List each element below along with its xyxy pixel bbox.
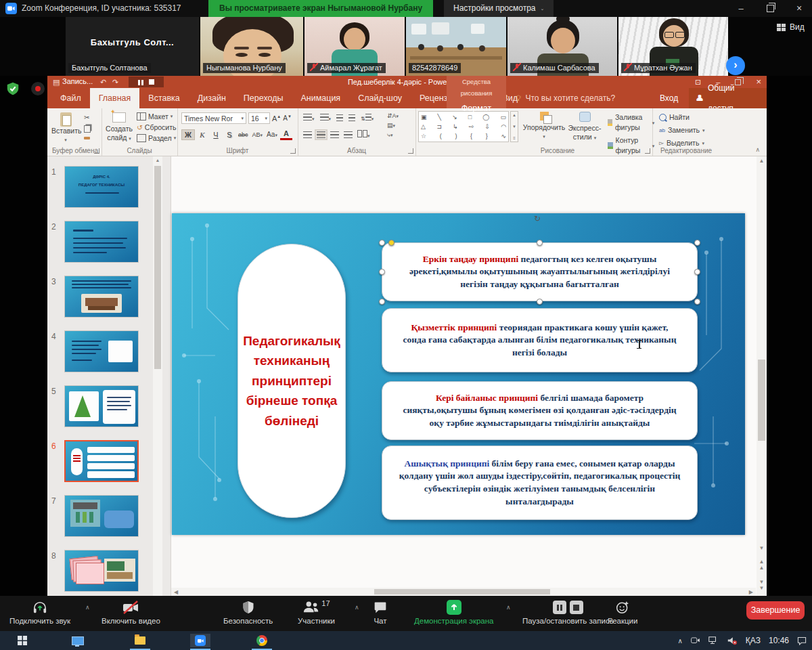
change-case-button[interactable]: Аа▾ — [265, 130, 279, 139]
pause-record-icon[interactable] — [553, 601, 566, 614]
copy-icon[interactable] — [84, 125, 91, 133]
close-button[interactable]: × — [788, 0, 811, 17]
clock[interactable]: 10:46 — [769, 636, 789, 645]
section-button[interactable]: Раздел▾ — [137, 134, 176, 142]
slide-thumbnail-7[interactable] — [64, 495, 139, 537]
slide-thumbnail-3[interactable] — [64, 276, 139, 318]
chat-button[interactable]: Чат — [374, 600, 387, 625]
scroll-right-icon[interactable]: ▶ — [749, 589, 753, 595]
grow-font-button[interactable]: А▲ — [272, 114, 281, 123]
decrease-indent-button[interactable] — [336, 114, 343, 121]
selection-handle[interactable] — [379, 240, 385, 246]
participant-tile[interactable]: Аймарал Жұрағат — [304, 17, 405, 76]
slide-thumbnail-5[interactable] — [64, 385, 139, 427]
next-slide-button[interactable]: ▼▼ — [757, 579, 767, 591]
cut-icon[interactable]: ✂ — [84, 114, 91, 121]
tell-me-box[interactable]: 💡︎ Что вы хотите сделать? — [516, 88, 615, 108]
text-direction-button[interactable]: ⇵А▾ — [387, 112, 399, 119]
shrink-font-button[interactable]: А▼ — [283, 114, 292, 122]
dialog-launcher-icon[interactable] — [290, 148, 296, 154]
quick-styles-button[interactable]: Экспресс-стили ▾ — [567, 112, 602, 142]
taskbar-app-zoom[interactable] — [190, 634, 210, 647]
pause-stop-recording-button[interactable]: Пауза/остановить запись — [522, 600, 614, 625]
selection-handle[interactable] — [694, 299, 700, 305]
font-size-combo[interactable]: 16▾ — [248, 112, 270, 124]
previous-slide-button[interactable]: ▲▲ — [757, 559, 767, 571]
layout-button[interactable]: Макет▾ — [137, 112, 176, 121]
slide-title-shape[interactable]: Педагогикалық техниканың принциптері бір… — [238, 244, 346, 518]
line-spacing-button[interactable]: ⇅▾ — [361, 114, 374, 122]
align-right-button[interactable] — [330, 131, 339, 138]
tray-network-icon[interactable] — [708, 636, 719, 645]
justify-button[interactable] — [344, 131, 353, 138]
participants-chevron[interactable]: ∧ — [355, 604, 359, 611]
reset-button[interactable]: ↺Сбросить — [137, 123, 176, 131]
format-painter-icon[interactable] — [84, 137, 90, 139]
tab-home[interactable]: Главная — [90, 88, 140, 108]
find-button[interactable]: Найти — [659, 112, 705, 123]
replace-button[interactable]: abЗаменить▾ — [659, 125, 705, 135]
arrange-button[interactable]: Упорядочить ▾ — [522, 112, 566, 139]
bullets-button[interactable]: ▾ — [303, 114, 315, 122]
ribbon-options-icon[interactable]: ⊡ — [695, 76, 701, 88]
strikethrough-button[interactable]: abc — [237, 131, 250, 139]
text-box-openness-principle[interactable]: Ашықтық принципі білім беру ғана емес, с… — [382, 446, 698, 520]
tray-expand-chevron[interactable]: ∧ — [678, 637, 683, 645]
next-participants-button[interactable]: › — [726, 56, 745, 75]
tab-file[interactable]: Файл — [51, 88, 90, 108]
hscroll-thumb[interactable] — [374, 589, 550, 594]
selection-handle[interactable] — [537, 240, 543, 246]
dialog-launcher-icon[interactable] — [645, 148, 650, 154]
participants-button[interactable]: 17 Участники — [298, 600, 335, 625]
view-settings-dropdown[interactable]: Настройки просмотра⌄ — [444, 0, 554, 17]
rotate-handle-icon[interactable]: ↻ — [534, 214, 541, 223]
scroll-down-icon[interactable]: ▼ — [757, 545, 767, 551]
character-spacing-button[interactable]: АВ▾ — [251, 131, 265, 139]
share-screen-button[interactable]: Демонстрация экрана — [414, 600, 494, 625]
underline-button[interactable]: Ч — [210, 130, 222, 139]
collapse-ribbon-button[interactable]: ∧ — [755, 146, 760, 153]
scroll-up-icon[interactable]: ▲ — [153, 156, 162, 165]
share-button[interactable]: 👤︎ Общий доступ — [689, 88, 767, 108]
minimize-button[interactable]: – — [729, 0, 752, 17]
vertical-scrollbar[interactable]: ▲ ▼ ▲▲ ▼▼ — [757, 156, 767, 596]
numbering-button[interactable]: ▾ — [320, 114, 332, 122]
start-video-button[interactable]: Включить видео — [102, 600, 160, 625]
text-box-free-choice-principle[interactable]: Еркін таңдау принципі педагогтың кез кел… — [382, 242, 698, 301]
selection-handle[interactable] — [537, 299, 543, 305]
tray-zoom-icon[interactable] — [691, 636, 700, 645]
italic-button[interactable]: К — [196, 130, 208, 139]
align-left-button[interactable] — [303, 131, 312, 138]
keyboard-language[interactable]: ҚАЗ — [746, 636, 761, 645]
start-button[interactable] — [12, 634, 32, 647]
participant-tile[interactable]: Калимаш Сарбасова — [508, 17, 617, 76]
increase-indent-button[interactable] — [348, 114, 355, 121]
scroll-thumb[interactable] — [758, 360, 765, 441]
security-button[interactable]: Безопасность — [223, 600, 273, 625]
shape-fill-button[interactable]: Заливка фигуры▾ — [608, 112, 654, 133]
convert-smartart-button[interactable]: ⤷▾ — [387, 131, 399, 139]
font-name-combo[interactable]: Times New Ror▾ — [181, 112, 246, 124]
sign-in-link[interactable]: Вход — [660, 88, 678, 108]
selection-handle[interactable] — [694, 240, 700, 246]
slide-thumbnail-6-selected[interactable] — [64, 440, 139, 482]
adjust-handle[interactable] — [388, 240, 394, 246]
columns-button[interactable]: ▾ — [357, 130, 370, 139]
panel-scrollbar[interactable]: ▲ — [153, 156, 162, 596]
shapes-gallery-scrollbar[interactable]: ▲▼≡ — [510, 111, 518, 142]
slide-thumbnail-4[interactable] — [64, 330, 139, 372]
audio-options-chevron[interactable]: ∧ — [85, 604, 90, 611]
slide[interactable]: Педагогикалық техниканың принциптері бір… — [172, 213, 745, 535]
taskbar-app-monitor[interactable] — [68, 634, 88, 647]
tray-volume-muted-icon[interactable] — [727, 636, 738, 645]
selection-handle[interactable] — [379, 299, 385, 305]
font-color-button[interactable]: А — [280, 129, 292, 140]
text-box-feedback-principle[interactable]: Кері байланыс принципі белгілі шамада ба… — [382, 381, 698, 440]
scroll-left-icon[interactable]: ◀ — [174, 589, 178, 595]
selection-handle[interactable] — [694, 269, 700, 275]
view-layout-button[interactable]: Вид — [777, 22, 805, 32]
participant-tile[interactable]: 82542878649 — [406, 17, 506, 76]
tab-slideshow[interactable]: Слайд-шоу — [349, 88, 411, 108]
tab-format[interactable]: Формат — [447, 99, 506, 118]
slide-thumbnail-1[interactable]: ДӘРІС 4. ПЕДАГОГ ТЕХНИКАСЫ — [64, 166, 139, 208]
